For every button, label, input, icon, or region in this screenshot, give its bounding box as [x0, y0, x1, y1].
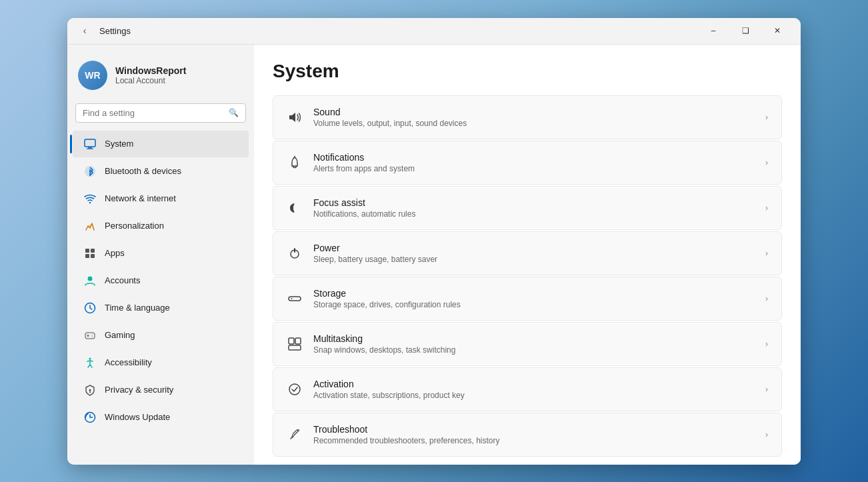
activation-text: Activation Activation state, subscriptio…: [313, 379, 755, 400]
sidebar-item-privacy[interactable]: Privacy & security: [73, 377, 249, 403]
activation-title: Activation: [313, 379, 755, 389]
multitasking-text: Multitasking Snap windows, desktops, tas…: [313, 333, 755, 355]
troubleshoot-text: Troubleshoot Recommended troubleshooters…: [313, 424, 755, 445]
svg-point-4: [89, 201, 91, 203]
focus-assist-icon: [287, 200, 303, 216]
bluetooth-icon: [83, 165, 97, 178]
troubleshoot-title: Troubleshoot: [313, 424, 755, 435]
settings-item-notifications[interactable]: Notifications Alerts from apps and syste…: [273, 141, 782, 185]
sidebar-label-network: Network & internet: [105, 193, 176, 203]
svg-rect-9: [91, 254, 95, 258]
svg-rect-1: [88, 147, 92, 149]
sidebar: WR WindowsReport Local Account 🔍: [67, 45, 254, 465]
close-button[interactable]: ✕: [762, 20, 793, 41]
multitasking-title: Multitasking: [313, 333, 755, 344]
sidebar-item-accounts[interactable]: Accounts: [73, 267, 249, 294]
notifications-icon: [287, 155, 303, 171]
minimize-button[interactable]: –: [698, 20, 729, 41]
power-chevron: ›: [765, 249, 768, 258]
user-name: WindowsReport: [115, 65, 186, 76]
time-icon: [83, 301, 97, 315]
svg-rect-26: [289, 338, 294, 344]
power-icon: [287, 245, 303, 261]
storage-icon: [287, 291, 303, 307]
user-account-type: Local Account: [115, 76, 186, 85]
sidebar-item-apps[interactable]: Apps: [73, 240, 249, 267]
storage-text: Storage Storage space, drives, configura…: [313, 288, 755, 309]
accounts-icon: [83, 274, 97, 287]
sound-text: Sound Volume levels, output, input, soun…: [313, 107, 755, 128]
system-icon: [83, 137, 97, 151]
svg-point-30: [297, 429, 300, 431]
svg-rect-28: [289, 345, 301, 350]
user-info: WindowsReport Local Account: [115, 65, 186, 85]
power-title: Power: [313, 243, 755, 253]
svg-rect-8: [85, 254, 89, 258]
sidebar-item-update[interactable]: Windows Update: [73, 404, 249, 431]
settings-item-power[interactable]: Power Sleep, battery usage, battery save…: [273, 231, 782, 275]
notifications-text: Notifications Alerts from apps and syste…: [313, 152, 755, 173]
svg-rect-2: [87, 148, 93, 149]
activation-icon: [287, 381, 303, 397]
svg-point-10: [88, 276, 93, 281]
main-content: System Sound Volume levels, output, inpu…: [254, 45, 801, 465]
sidebar-item-gaming[interactable]: Gaming: [73, 322, 249, 349]
troubleshoot-chevron: ›: [765, 430, 768, 439]
apps-icon: [83, 247, 97, 260]
troubleshoot-subtitle: Recommended troubleshooters, preferences…: [313, 436, 755, 445]
settings-item-sound[interactable]: Sound Volume levels, output, input, soun…: [273, 95, 782, 139]
titlebar: ‹ Settings – ❑ ✕: [67, 18, 801, 45]
gaming-icon: [83, 329, 97, 342]
search-icon: 🔍: [229, 108, 239, 117]
content-area: WR WindowsReport Local Account 🔍: [67, 45, 801, 465]
storage-chevron: ›: [765, 294, 768, 303]
settings-item-focus-assist[interactable]: Focus assist Notifications, automatic ru…: [273, 186, 782, 230]
troubleshoot-icon: [287, 427, 303, 443]
sidebar-item-bluetooth[interactable]: Bluetooth & devices: [73, 158, 249, 185]
svg-rect-6: [85, 249, 89, 253]
privacy-icon: [83, 383, 97, 397]
update-icon: [83, 411, 97, 424]
activation-subtitle: Activation state, subscriptions, product…: [313, 391, 755, 400]
sidebar-item-personalization[interactable]: Personalization: [73, 213, 249, 239]
sidebar-item-network[interactable]: Network & internet: [73, 185, 249, 212]
notifications-chevron: ›: [765, 158, 768, 167]
power-text: Power Sleep, battery usage, battery save…: [313, 243, 755, 264]
focus-assist-chevron: ›: [765, 203, 768, 213]
settings-item-troubleshoot[interactable]: Troubleshoot Recommended troubleshooters…: [273, 413, 782, 457]
sidebar-item-accessibility[interactable]: Accessibility: [73, 349, 249, 376]
settings-window: ‹ Settings – ❑ ✕ WR WindowsReport Local …: [67, 18, 801, 465]
user-section: WR WindowsReport Local Account: [67, 55, 254, 101]
sidebar-nav: System Bluetooth & devices: [67, 131, 254, 431]
network-icon: [83, 192, 97, 205]
settings-list: Sound Volume levels, output, input, soun…: [273, 95, 782, 457]
notifications-title: Notifications: [313, 152, 755, 163]
focus-assist-text: Focus assist Notifications, automatic ru…: [313, 197, 755, 219]
back-button[interactable]: ‹: [75, 21, 94, 40]
sidebar-label-system: System: [105, 139, 133, 149]
settings-item-activation[interactable]: Activation Activation state, subscriptio…: [273, 367, 782, 411]
search-box[interactable]: 🔍: [75, 103, 246, 123]
window-title: Settings: [99, 26, 698, 36]
sound-chevron: ›: [765, 113, 768, 122]
svg-rect-27: [295, 338, 301, 344]
settings-item-storage[interactable]: Storage Storage space, drives, configura…: [273, 277, 782, 321]
sound-icon: [287, 109, 303, 125]
sidebar-label-apps: Apps: [105, 248, 125, 258]
svg-point-16: [91, 336, 93, 337]
accessibility-icon: [83, 356, 97, 369]
sidebar-item-system[interactable]: System: [73, 131, 249, 157]
svg-rect-0: [85, 139, 95, 147]
svg-rect-7: [91, 249, 95, 253]
maximize-button[interactable]: ❑: [730, 20, 761, 41]
sound-subtitle: Volume levels, output, input, sound devi…: [313, 119, 755, 128]
settings-item-multitasking[interactable]: Multitasking Snap windows, desktops, tas…: [273, 322, 782, 366]
storage-title: Storage: [313, 288, 755, 299]
sidebar-item-time[interactable]: Time & language: [73, 295, 249, 321]
avatar: WR: [78, 61, 107, 90]
search-input[interactable]: [83, 108, 223, 118]
sidebar-label-accounts: Accounts: [105, 275, 140, 285]
multitasking-chevron: ›: [765, 339, 768, 349]
svg-rect-24: [289, 297, 301, 301]
multitasking-icon: [287, 336, 303, 352]
